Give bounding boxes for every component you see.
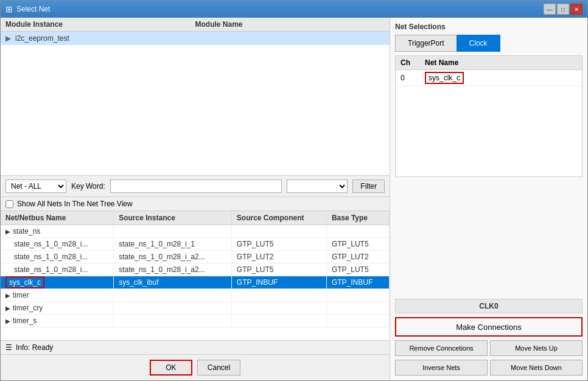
net-table-row[interactable]: ▶timer bbox=[1, 289, 390, 302]
ch-table-container: Ch Net Name 0 sys_clk_c bbox=[395, 55, 583, 177]
info-text: Info: Ready bbox=[16, 343, 53, 352]
keyword-dropdown[interactable] bbox=[287, 180, 348, 193]
net-row-name: sys_clk_c bbox=[1, 276, 114, 289]
info-bar: ☰ Info: Ready bbox=[1, 340, 390, 354]
net-name-cell: sys_clk_c bbox=[425, 72, 464, 84]
window-icon: ⊞ bbox=[5, 4, 13, 14]
net-table-row[interactable]: sys_clk_csys_clk_ibufGTP_INBUFGTP_INBUF bbox=[1, 276, 390, 289]
net-table-row[interactable]: ▶timer_s bbox=[1, 315, 390, 327]
net-table-row[interactable]: state_ns_1_0_m28_i...state_ns_1_0_m28_i_… bbox=[1, 238, 390, 251]
module-table: Module Instance Module Name ▶ i2c_eeprom… bbox=[1, 18, 390, 176]
action-row-1: Remove Conncetions Move Nets Up bbox=[395, 340, 583, 356]
module-table-header: Module Instance Module Name bbox=[1, 18, 390, 32]
net-row-source-instance bbox=[114, 302, 232, 315]
action-row-2: Inverse Nets Move Nets Down bbox=[395, 360, 583, 376]
title-bar: ⊞ Select Net — □ ✕ bbox=[1, 1, 587, 18]
net-row-source-component: GTP_LUT5 bbox=[231, 264, 326, 276]
source-instance-header: Source Instance bbox=[114, 211, 232, 225]
inverse-nets-button[interactable]: Inverse Nets bbox=[395, 360, 488, 376]
remove-connections-button[interactable]: Remove Conncetions bbox=[395, 340, 488, 356]
net-row-base-type bbox=[326, 225, 389, 238]
net-filter-select[interactable]: Net - ALL Net - Input Net - Output bbox=[5, 180, 66, 193]
net-row-source-instance: state_ns_1_0_m28_i_a2... bbox=[114, 264, 232, 276]
net-row-base-type bbox=[326, 315, 389, 327]
main-content: Module Instance Module Name ▶ i2c_eeprom… bbox=[1, 18, 587, 380]
net-name-col-header: Net Name bbox=[420, 56, 582, 70]
net-row-source-component: GTP_LUT5 bbox=[231, 238, 326, 251]
net-row-source-instance: state_ns_1_0_m28_i_1 bbox=[114, 238, 232, 251]
net-row-base-type: GTP_INBUF bbox=[326, 276, 389, 289]
ch-table-row[interactable]: 0 sys_clk_c bbox=[396, 70, 582, 86]
info-icon: ☰ bbox=[5, 343, 12, 352]
net-row-base-type bbox=[326, 289, 389, 302]
show-all-row: Show All Nets In The Net Tree View bbox=[1, 197, 390, 211]
net-table: Net/Netbus Name Source Instance Source C… bbox=[1, 211, 390, 327]
net-row-name: ▶timer_s bbox=[1, 315, 114, 327]
make-connections-button[interactable]: Make Connections bbox=[395, 317, 583, 337]
net-row-name: ▶timer_cry bbox=[1, 302, 114, 315]
ch-header: Ch bbox=[396, 56, 420, 70]
ch-table-header-row: Ch Net Name bbox=[396, 56, 582, 70]
ok-button[interactable]: OK bbox=[150, 360, 192, 376]
net-row-name: state_ns_1_0_m28_i... bbox=[1, 264, 114, 276]
net-row-source-component bbox=[231, 225, 326, 238]
net-row-name: ▶timer bbox=[1, 289, 114, 302]
module-instance-name: i2c_eeprom_test bbox=[15, 34, 200, 43]
expand-icon: ▶ bbox=[5, 34, 13, 43]
net-row-base-type bbox=[326, 302, 389, 315]
right-panel: Net Selections TriggerPort Clock Ch Net … bbox=[390, 18, 587, 380]
net-table-container: Net/Netbus Name Source Instance Source C… bbox=[1, 211, 390, 340]
net-row-source-instance: state_ns_1_0_m28_i_a2... bbox=[114, 251, 232, 264]
left-panel: Module Instance Module Name ▶ i2c_eeprom… bbox=[1, 18, 390, 380]
module-instance-header: Module Instance bbox=[5, 20, 195, 29]
net-row-source-instance bbox=[114, 225, 232, 238]
maximize-button[interactable]: □ bbox=[557, 4, 569, 15]
net-row-name: ▶state_ns bbox=[1, 225, 114, 238]
source-component-header: Source Component bbox=[231, 211, 326, 225]
title-bar-buttons: — □ ✕ bbox=[544, 4, 583, 15]
clock-tab[interactable]: Clock bbox=[457, 35, 500, 52]
net-row-base-type: GTP_LUT5 bbox=[326, 264, 389, 276]
net-row-source-component bbox=[231, 302, 326, 315]
net-row-source-instance bbox=[114, 315, 232, 327]
net-table-header-row: Net/Netbus Name Source Instance Source C… bbox=[1, 211, 390, 225]
net-row-base-type: GTP_LUT5 bbox=[326, 238, 389, 251]
keyword-input[interactable] bbox=[110, 180, 282, 193]
net-selections-label: Net Selections bbox=[395, 23, 583, 31]
net-name-value: sys_clk_c bbox=[420, 70, 582, 86]
net-row-source-instance: sys_clk_ibuf bbox=[114, 276, 232, 289]
base-type-header: Base Type bbox=[326, 211, 389, 225]
filter-button[interactable]: Filter bbox=[352, 180, 385, 193]
keyword-label: Key Word: bbox=[71, 182, 105, 190]
triggerport-tab[interactable]: TriggerPort bbox=[395, 35, 457, 52]
net-row-name: state_ns_1_0_m28_i... bbox=[1, 238, 114, 251]
show-all-label: Show All Nets In The Net Tree View bbox=[17, 200, 133, 208]
move-nets-down-button[interactable]: Move Nets Down bbox=[490, 360, 583, 376]
filter-row: Net - ALL Net - Input Net - Output Key W… bbox=[1, 176, 390, 197]
tab-buttons: TriggerPort Clock bbox=[395, 35, 583, 52]
ch-table: Ch Net Name 0 sys_clk_c bbox=[396, 56, 582, 86]
net-table-row[interactable]: ▶timer_cry bbox=[1, 302, 390, 315]
net-row-name: state_ns_1_0_m28_i... bbox=[1, 251, 114, 264]
net-row-source-component bbox=[231, 289, 326, 302]
net-row-source-component bbox=[231, 315, 326, 327]
net-table-row[interactable]: state_ns_1_0_m28_i...state_ns_1_0_m28_i_… bbox=[1, 264, 390, 276]
clk-label: CLK0 bbox=[395, 299, 583, 313]
move-nets-up-button[interactable]: Move Nets Up bbox=[490, 340, 583, 356]
net-row-base-type: GTP_LUT2 bbox=[326, 251, 389, 264]
net-table-row[interactable]: state_ns_1_0_m28_i...state_ns_1_0_m28_i_… bbox=[1, 251, 390, 264]
close-button[interactable]: ✕ bbox=[570, 4, 583, 15]
cancel-button[interactable]: Cancel bbox=[197, 360, 240, 376]
select-net-window: ⊞ Select Net — □ ✕ Module Instance Modul… bbox=[0, 0, 588, 381]
window-title: Select Net bbox=[16, 5, 544, 13]
net-row-source-instance bbox=[114, 289, 232, 302]
net-name-header: Net/Netbus Name bbox=[1, 211, 114, 225]
module-row[interactable]: ▶ i2c_eeprom_test bbox=[1, 32, 390, 45]
ch-value: 0 bbox=[396, 70, 420, 86]
net-row-source-component: GTP_LUT2 bbox=[231, 251, 326, 264]
show-all-checkbox[interactable] bbox=[5, 200, 13, 208]
net-table-row[interactable]: ▶state_ns bbox=[1, 225, 390, 238]
bottom-buttons: OK Cancel bbox=[1, 354, 390, 380]
net-row-source-component: GTP_INBUF bbox=[231, 276, 326, 289]
minimize-button[interactable]: — bbox=[544, 4, 556, 15]
